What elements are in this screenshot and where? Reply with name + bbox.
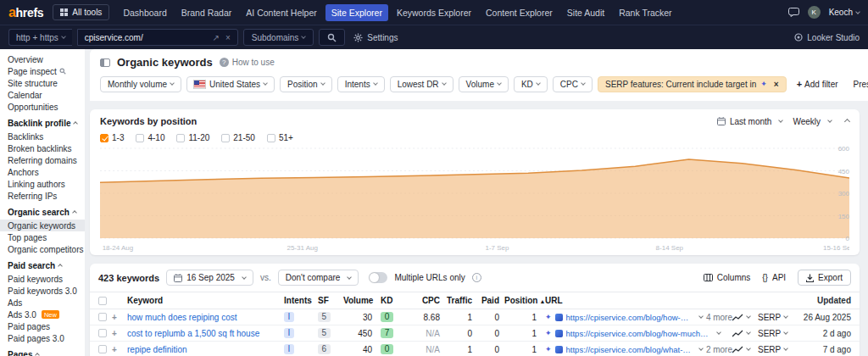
header-paid[interactable]: Paid <box>477 296 504 305</box>
add-filter-button[interactable]: +Add filter <box>792 76 843 92</box>
export-button[interactable]: Export <box>798 270 851 286</box>
nav-keywords-explorer[interactable]: Keywords Explorer <box>391 4 477 21</box>
sidebar-item-referring-ips[interactable]: Referring IPs <box>0 190 85 202</box>
checkbox-4-10[interactable] <box>136 134 144 142</box>
serp-dropdown[interactable]: SERP <box>758 345 797 354</box>
select-all-checkbox[interactable] <box>98 297 107 305</box>
legend-1-3[interactable]: 1-3 <box>100 133 124 142</box>
filter-intents[interactable]: Intents <box>337 76 385 92</box>
filter-lowest-dr[interactable]: Lowest DR <box>390 76 453 92</box>
nav-content-explorer[interactable]: Content Explorer <box>480 4 559 21</box>
sidebar-item-paid-pages[interactable]: Paid pages <box>0 320 85 332</box>
sidebar-item-calendar[interactable]: Calendar <box>0 89 85 101</box>
position-history-dropdown[interactable] <box>732 346 758 353</box>
header-sf[interactable]: SF <box>318 296 343 305</box>
expand-keyword-icon[interactable]: + <box>112 345 117 354</box>
sidebar-item-site-structure[interactable]: Site structure <box>0 77 85 89</box>
nav-dashboard[interactable]: Dashboard <box>117 4 172 21</box>
table-date-dropdown[interactable]: 16 Sep 2025 <box>166 270 253 286</box>
sidebar-item-organic-competitors[interactable]: Organic competitors <box>0 243 85 255</box>
url-dropdown-icon[interactable] <box>698 314 704 319</box>
positions-area-chart[interactable]: 0150300450600 <box>100 144 849 242</box>
header-traffic[interactable]: Traffic <box>445 296 477 305</box>
sidebar-item-page-inspect[interactable]: Page inspect <box>0 65 85 77</box>
table-row[interactable]: + how much does repiping cost I 5 30 0 8… <box>90 309 860 325</box>
nav-site-audit[interactable]: Site Audit <box>561 4 610 21</box>
keyword-link[interactable]: how much does repiping cost <box>127 313 237 322</box>
how-to-use-link[interactable]: ?How to use <box>220 58 275 67</box>
collapse-sidebar-icon[interactable] <box>100 58 110 67</box>
legend-4-10[interactable]: 4-10 <box>136 133 164 142</box>
header-kd[interactable]: KD <box>381 296 408 305</box>
sidebar-item-paid-keywords-30[interactable]: Paid keywords 3.0 <box>0 285 85 297</box>
checkbox-21-50[interactable] <box>221 134 230 142</box>
checkbox-51plus[interactable] <box>267 134 275 142</box>
sidebar-item-referring-domains[interactable]: Referring domains <box>0 154 85 166</box>
url-link[interactable]: https://cpiservice.com/blog/how-much-doe… <box>566 329 710 338</box>
filter-kd[interactable]: KD <box>514 76 548 92</box>
multiple-urls-toggle[interactable] <box>369 272 387 283</box>
sidebar-item-anchors[interactable]: Anchors <box>0 166 85 178</box>
sidebar-section-organic-search[interactable]: Organic search <box>0 202 85 220</box>
table-row[interactable]: + cost to replumb a 1,500 sq ft house I … <box>90 325 860 342</box>
open-in-new-tab-icon[interactable]: ↗ <box>213 33 220 42</box>
url-link[interactable]: https://cpiservice.com/blog/what-is-repi… <box>566 345 693 354</box>
looker-studio-link[interactable]: Looker Studio <box>794 33 860 42</box>
legend-51plus[interactable]: 51+ <box>267 133 293 142</box>
header-cpc[interactable]: CPC <box>408 296 445 305</box>
sidebar-section-backlink-profile[interactable]: Backlink profile <box>0 113 85 131</box>
sidebar-item-top-pages[interactable]: Top pages <box>0 231 85 243</box>
header-position[interactable]: Position▲ <box>504 296 545 305</box>
clear-input-icon[interactable]: × <box>225 33 231 42</box>
search-button[interactable] <box>319 29 345 46</box>
expand-keyword-icon[interactable]: + <box>112 329 117 338</box>
more-urls-link[interactable]: 4 more <box>706 313 732 322</box>
url-link[interactable]: https://cpiservice.com/blog/how-much-doe… <box>566 313 693 322</box>
header-url[interactable]: URL <box>545 296 732 305</box>
header-volume[interactable]: Volume <box>343 296 381 305</box>
filter-cpc[interactable]: CPC <box>553 76 593 92</box>
api-button[interactable]: {}API <box>762 273 786 282</box>
sidebar-item-overview[interactable]: Overview <box>0 53 85 65</box>
chat-icon[interactable] <box>788 8 799 17</box>
sidebar-item-ads-30[interactable]: Ads 3.0New <box>0 309 85 320</box>
serp-features-count-badge[interactable]: 6 <box>318 344 331 354</box>
sidebar-item-backlinks[interactable]: Backlinks <box>0 131 85 142</box>
keyword-link[interactable]: repipe definition <box>127 345 187 354</box>
filter-serp-features-active[interactable]: SERP features: Current include target in… <box>598 76 787 92</box>
user-avatar[interactable]: K <box>808 6 821 19</box>
remove-filter-icon[interactable]: × <box>774 80 779 89</box>
row-checkbox[interactable] <box>98 313 107 321</box>
nav-site-explorer[interactable]: Site Explorer <box>326 4 388 21</box>
row-checkbox[interactable] <box>98 345 107 353</box>
sidebar-item-broken-backlinks[interactable]: Broken backlinks <box>0 142 85 154</box>
granularity-dropdown[interactable]: Weekly <box>793 117 832 126</box>
info-icon[interactable]: i <box>472 273 481 282</box>
filter-position[interactable]: Position <box>280 76 332 92</box>
serp-features-count-badge[interactable]: 5 <box>318 328 331 338</box>
legend-11-20[interactable]: 11-20 <box>176 133 209 142</box>
intent-badge[interactable]: I <box>284 312 294 322</box>
filter-volume[interactable]: Volume <box>459 76 509 92</box>
filter-monthly-volume[interactable]: Monthly volume <box>100 76 181 92</box>
compare-dropdown[interactable]: Don't compare <box>278 270 359 286</box>
sidebar-item-opportunities[interactable]: Opportunities <box>0 101 85 113</box>
settings-button[interactable]: Settings <box>353 33 398 42</box>
keyword-link[interactable]: cost to replumb a 1,500 sq ft house <box>127 329 259 338</box>
header-updated[interactable]: Updated <box>797 296 851 305</box>
nav-ai-content-helper[interactable]: AI Content Helper <box>240 4 322 21</box>
nav-brand-radar[interactable]: Brand Radar <box>175 4 238 21</box>
table-row[interactable]: + repipe definition I 6 40 0 N/A 1 0 1 ✦… <box>90 342 860 356</box>
sidebar-item-paid-pages-30[interactable]: Paid pages 3.0 <box>0 332 85 344</box>
sidebar-item-organic-keywords[interactable]: Organic keywords <box>0 220 85 231</box>
sidebar-item-ads[interactable]: Ads <box>0 297 85 309</box>
protocol-dropdown[interactable]: http + https <box>8 29 72 46</box>
user-menu[interactable]: Keoch <box>829 8 860 17</box>
header-intents[interactable]: Intents <box>284 296 318 305</box>
intent-badge[interactable]: I <box>284 344 294 354</box>
serp-dropdown[interactable]: SERP <box>758 313 797 322</box>
date-range-dropdown[interactable]: Last month <box>717 117 782 126</box>
serp-features-count-badge[interactable]: 5 <box>318 312 331 322</box>
target-domain-input[interactable]: cpiservice.com/ ↗ × <box>77 29 238 46</box>
position-history-dropdown[interactable] <box>732 314 758 321</box>
